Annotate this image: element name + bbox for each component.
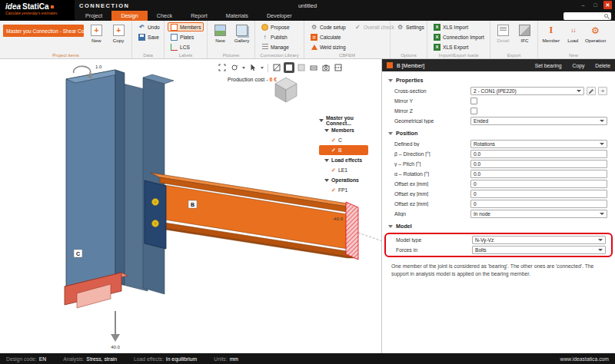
production-cost: Production cost -6 € — [228, 77, 277, 82]
solid-view-icon[interactable] — [284, 62, 294, 73]
section-properties[interactable]: Properties — [382, 73, 615, 86]
geometrical-type-select[interactable]: Ended — [470, 117, 607, 125]
new-member-button[interactable]: IMember — [541, 22, 561, 43]
maximize-icon[interactable]: □ — [591, 1, 600, 9]
select-cursor-icon[interactable] — [248, 62, 258, 73]
viewport-3d[interactable]: -40.0 40.0 1.0 — [0, 59, 382, 353]
defined-by-select[interactable]: Rotations — [470, 140, 607, 148]
connection-import-button[interactable]: XConnection Import — [430, 32, 487, 41]
member-labels-icon[interactable] — [308, 62, 319, 73]
clipping-plane-icon[interactable] — [333, 62, 344, 73]
offset-ez-input[interactable]: 0 — [470, 200, 607, 208]
calculate-button[interactable]: =Calculate — [308, 32, 349, 41]
export-detail-button[interactable]: Detail — [494, 22, 513, 43]
lcs-labels-button[interactable]: LCS — [168, 42, 204, 51]
alpha-rotation-input[interactable]: 0.0 — [470, 170, 607, 178]
tree-item-le1[interactable]: ✓ LE1 — [319, 165, 379, 175]
tab-design[interactable]: Design — [111, 11, 147, 21]
undo-button[interactable]: ↶Undo — [135, 22, 161, 31]
tree-root-item[interactable]: Master you Connect... — [319, 115, 379, 125]
transparent-view-icon[interactable] — [296, 62, 307, 73]
export-ifc-button[interactable]: IFC — [515, 22, 534, 43]
delete-member-button[interactable]: Delete — [595, 63, 610, 68]
cross-section-select[interactable]: 2 - CON1 (IPE220) — [470, 87, 584, 95]
add-cross-section-button[interactable]: + — [598, 87, 607, 95]
fit-view-icon[interactable] — [217, 62, 228, 73]
mirror-z-checkbox[interactable] — [470, 108, 477, 114]
new-picture-button[interactable]: New — [211, 22, 230, 43]
settings-button[interactable]: ⚙Settings — [394, 22, 424, 31]
tab-project[interactable]: Project — [76, 11, 111, 21]
copy-member-button[interactable]: Copy — [572, 63, 584, 68]
row-defined-by: Defined by Rotations — [382, 139, 615, 149]
tree-item-member-b[interactable]: ✓ B — [319, 145, 368, 155]
copy-item-icon — [113, 25, 125, 36]
manage-icon — [262, 44, 268, 50]
selected-project-item[interactable]: Master you Connection - Shear Conn — [3, 25, 84, 37]
weld-sizing-button[interactable]: Weld sizing — [308, 42, 349, 51]
ribbon-group-pictures: New Gallery Pictures — [208, 21, 255, 58]
propose-button[interactable]: Propose — [258, 22, 301, 31]
ribbon-group-project-items: Master you Connection - Shear Conn New C… — [0, 21, 132, 58]
manage-button[interactable]: Manage — [258, 42, 301, 51]
model-type-select[interactable]: N-Vy-Vz — [472, 236, 606, 244]
new-operation-button[interactable]: ⚙Operation — [585, 22, 606, 43]
scene-3d[interactable]: -40.0 40.0 1.0 — [0, 59, 382, 353]
close-icon[interactable]: ✕ — [603, 1, 612, 9]
app-logo: ideaStatiCa Calculate yesterday's estima… — [0, 0, 75, 21]
align-select[interactable]: In node — [470, 210, 607, 218]
pencil-icon — [588, 88, 594, 94]
website-link[interactable]: www.ideastatica.com — [560, 356, 609, 362]
members-labels-button[interactable]: Members — [168, 22, 204, 31]
tree-item-member-c[interactable]: ✓ C — [319, 135, 379, 145]
plates-labels-button[interactable]: Plates — [168, 32, 204, 41]
properties-panel: B [Member] Set bearing Copy Delete Prope… — [382, 59, 615, 353]
section-collapse-chevron-icon — [388, 225, 393, 228]
check-icon: ✓ — [331, 147, 336, 154]
offset-ex-input[interactable]: 0 — [470, 180, 607, 188]
check-icon: ✓ — [331, 137, 336, 144]
status-design-code: Design code:EN — [6, 356, 46, 362]
offset-ey-input[interactable]: 0 — [470, 190, 607, 198]
set-bearing-button[interactable]: Set bearing — [535, 63, 562, 68]
tab-materials[interactable]: Materials — [217, 11, 258, 21]
forces-in-select[interactable]: Bolts — [472, 246, 606, 254]
xls-export-button[interactable]: XXLS Export — [430, 42, 487, 51]
tree-item-fp1[interactable]: ✓ FP1 — [319, 185, 379, 195]
gamma-pitch-input[interactable]: 0.0 — [470, 160, 607, 168]
copy-project-item-button[interactable]: Copy — [108, 22, 128, 43]
wireframe-view-icon[interactable] — [271, 62, 282, 73]
beta-direction-input[interactable]: 0.0 — [470, 150, 607, 158]
fin-plate[interactable] — [145, 180, 166, 249]
tree-group-load-effects[interactable]: Load effects — [319, 155, 379, 165]
section-position[interactable]: Position — [382, 126, 615, 139]
new-load-button[interactable]: ↓↓Load — [563, 22, 583, 43]
gallery-button[interactable]: Gallery — [232, 22, 251, 43]
edit-cross-section-button[interactable] — [587, 87, 596, 95]
tab-check[interactable]: Check — [148, 11, 181, 21]
row-model-type: Model type N-Vy-Vz — [386, 235, 611, 245]
ribbon-group-labels: Members Plates LCS Labels — [165, 21, 208, 58]
publish-button[interactable]: ↑Publish — [258, 32, 301, 41]
xls-import-button[interactable]: XXLS Import — [430, 22, 487, 31]
orbit-dropdown-chevron-icon[interactable] — [242, 67, 245, 69]
new-project-item-button[interactable]: New — [86, 22, 106, 43]
gallery-icon — [236, 25, 248, 36]
minimize-icon[interactable]: – — [579, 1, 587, 9]
tab-developer[interactable]: Developer — [258, 11, 301, 21]
select-dropdown-chevron-icon[interactable] — [261, 67, 264, 69]
tree-group-members[interactable]: Members — [319, 125, 379, 135]
chevron-down-icon — [598, 239, 603, 241]
tree-group-operations[interactable]: Operations — [319, 175, 379, 185]
row-geometrical-type: Geometrical type Ended — [382, 116, 615, 126]
save-button[interactable]: Save — [135, 32, 161, 41]
section-model[interactable]: Model — [382, 219, 615, 232]
mirror-y-checkbox[interactable] — [470, 98, 477, 104]
search-input[interactable] — [563, 12, 611, 20]
tab-report[interactable]: Report — [181, 11, 217, 21]
ribbon-group-new: IMember ↓↓Load ⚙Operation New — [538, 21, 609, 58]
orbit-icon[interactable] — [229, 62, 240, 73]
code-setup-button[interactable]: ⚙Code setup — [308, 22, 349, 31]
camera-icon[interactable] — [321, 62, 331, 73]
member-label-c: C — [74, 250, 82, 257]
